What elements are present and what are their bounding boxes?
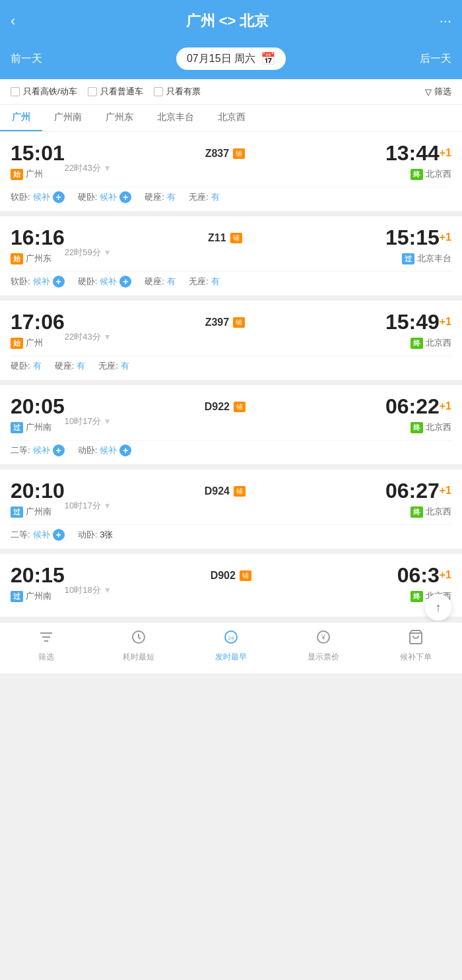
date-bar: 前一天 07月15日 周六 📅 后一天	[0, 42, 462, 79]
depart-time: 16:16	[11, 226, 65, 250]
checkbox-available[interactable]	[154, 87, 163, 96]
arrive-badge: 终	[411, 169, 423, 180]
svg-text:24: 24	[228, 635, 234, 641]
page-title: 广州 <> 北京	[15, 11, 439, 31]
plus-yingwo[interactable]: +	[119, 191, 131, 203]
arrive-time: 06:3	[397, 563, 440, 587]
arrive-badge: 终	[411, 506, 423, 518]
cart-icon	[408, 629, 424, 649]
arrive-plus: +1	[440, 316, 451, 327]
trains-list: 15:01 始 广州 Z837 铺 22时43分 ▼	[0, 132, 462, 617]
nav-price[interactable]: ¥ 显示票价	[304, 629, 343, 663]
depart-badge: 过	[11, 591, 23, 602]
train-type-badge: 铺	[240, 570, 251, 581]
nav-shortest[interactable]: 耗时最短	[119, 629, 158, 663]
nav-shortest-label: 耗时最短	[123, 652, 154, 663]
filter-highspeed[interactable]: 只看高铁/动车	[11, 86, 77, 98]
seat-yingzuo: 硬座: 有	[55, 360, 86, 372]
tab-beijingxi[interactable]: 北京西	[206, 105, 257, 131]
seat-info: 二等: 候补 + 动卧: 3张	[11, 524, 451, 541]
checkbox-highspeed[interactable]	[11, 87, 20, 96]
depart-badge: 始	[11, 253, 23, 264]
plus-ruanwo[interactable]: +	[53, 276, 65, 288]
depart-badge: 始	[11, 338, 23, 349]
tab-guangzhou[interactable]: 广州	[0, 105, 42, 131]
seat-dongwo: 动卧: 候补 +	[78, 444, 132, 456]
duration: 10时17分 ▼	[65, 415, 385, 427]
yuan-icon: ¥	[315, 629, 331, 649]
tab-guangzhounan[interactable]: 广州南	[42, 105, 94, 131]
seat-dongwo: 动卧: 3张	[78, 529, 114, 541]
depart-station: 广州南	[26, 590, 51, 602]
tab-beijingfengtai[interactable]: 北京丰台	[145, 105, 206, 131]
plus-erdeng[interactable]: +	[53, 529, 65, 541]
nav-price-label: 显示票价	[308, 652, 339, 663]
duration: 10时18分 ▼	[65, 584, 397, 596]
station-tabs: 广州 广州南 广州东 北京丰台 北京西	[0, 105, 462, 132]
seat-wuzuo: 无座: 有	[189, 191, 220, 203]
filter-regular[interactable]: 只看普通车	[88, 86, 143, 98]
filter-bar: 只看高铁/动车 只看普通车 只看有票 ▽ 筛选	[0, 79, 462, 105]
bottom-nav: 筛选 耗时最短 24 发时最早 ¥ 显示票价	[0, 622, 462, 673]
train-card[interactable]: 15:01 始 广州 Z837 铺 22时43分 ▼	[0, 132, 462, 211]
duration: 22时43分 ▼	[65, 162, 385, 174]
clock-24-icon: 24	[223, 629, 239, 649]
arrive-station: 北京西	[426, 421, 451, 433]
seat-yingwo: 硬卧: 有	[11, 360, 42, 372]
plus-erdeng[interactable]: +	[53, 444, 65, 456]
arrive-badge: 过	[402, 253, 414, 264]
header: ‹ 广州 <> 北京 ···	[0, 0, 462, 42]
scroll-top-button[interactable]: ↑	[425, 594, 451, 621]
train-type-badge: 铺	[234, 486, 246, 497]
seat-info: 软卧: 候补 + 硬卧: 候补 + 硬座: 有 无座: 有	[11, 271, 451, 288]
filter-available[interactable]: 只看有票	[154, 86, 201, 98]
plus-ruanwo[interactable]: +	[53, 191, 65, 203]
next-day-button[interactable]: 后一天	[420, 52, 451, 66]
date-picker[interactable]: 07月15日 周六 📅	[176, 47, 286, 70]
arrive-plus: +1	[440, 400, 451, 412]
train-card[interactable]: 17:06 始 广州 Z397 铺 22时43分 ▼	[0, 301, 462, 380]
duration: 22时59分 ▼	[65, 247, 385, 259]
prev-day-button[interactable]: 前一天	[11, 52, 42, 66]
seat-info: 硬卧: 有 硬座: 有 无座: 有	[11, 355, 451, 372]
train-number: Z837	[205, 148, 229, 160]
nav-waitlist[interactable]: 候补下单	[396, 629, 436, 663]
plus-dongwo[interactable]: +	[119, 444, 131, 456]
train-number: Z11	[208, 232, 226, 244]
duration: 10时17分 ▼	[65, 500, 385, 512]
seat-yingwo: 硬卧: 候补 +	[78, 191, 132, 203]
train-card[interactable]: 20:15 过 广州南 D902 铺 10时18分 ▼	[0, 554, 462, 617]
clock-icon	[131, 629, 147, 649]
seat-yingwo: 硬卧: 候补 +	[78, 276, 132, 288]
depart-station: 广州东	[26, 253, 51, 264]
arrive-time: 06:27	[385, 479, 440, 503]
arrive-station: 北京丰台	[417, 253, 451, 264]
nav-filter-label: 筛选	[38, 652, 54, 663]
seat-ruanwo: 软卧: 候补 +	[11, 191, 65, 203]
more-button[interactable]: ···	[440, 13, 451, 30]
tab-guangzhoudong[interactable]: 广州东	[94, 105, 145, 131]
seat-wuzuo: 无座: 有	[98, 360, 129, 372]
advanced-filter-button[interactable]: ▽ 筛选	[425, 86, 451, 98]
duration: 22时43分 ▼	[65, 331, 385, 343]
train-card[interactable]: 20:10 过 广州南 D924 铺 10时17分 ▼	[0, 470, 462, 549]
arrive-plus: +1	[440, 147, 451, 158]
nav-filter[interactable]: 筛选	[26, 629, 66, 663]
plus-yingwo[interactable]: +	[119, 276, 131, 288]
train-type-badge: 铺	[230, 233, 242, 243]
calendar-icon: 📅	[261, 51, 275, 66]
train-type-badge: 铺	[234, 402, 246, 412]
depart-time: 20:05	[11, 394, 65, 419]
arrive-plus: +1	[440, 485, 451, 496]
train-card[interactable]: 16:16 始 广州东 Z11 铺 22时59分 ▼	[0, 216, 462, 295]
nav-earliest[interactable]: 24 发时最早	[211, 629, 251, 663]
depart-station: 广州南	[26, 421, 51, 433]
train-type-badge: 铺	[233, 317, 245, 328]
arrive-time: 13:44	[385, 141, 440, 165]
arrive-badge: 终	[411, 591, 423, 602]
back-button[interactable]: ‹	[11, 13, 15, 30]
checkbox-regular[interactable]	[88, 87, 97, 96]
depart-station: 广州南	[26, 506, 51, 518]
train-card[interactable]: 20:05 过 广州南 D922 铺 10时17分 ▼	[0, 385, 462, 464]
filter-icon	[38, 629, 54, 649]
